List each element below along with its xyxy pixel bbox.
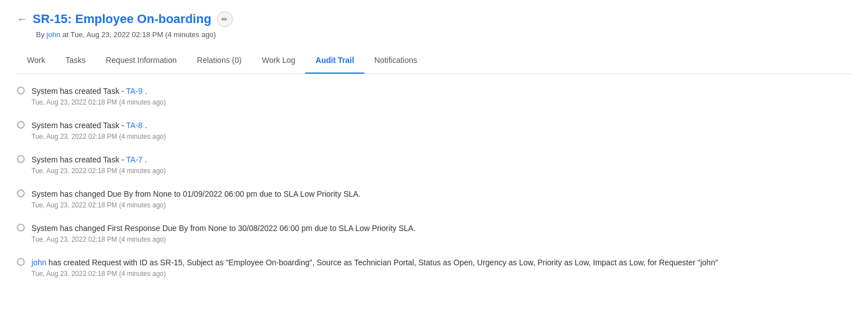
audit-text-5: System has changed First Response Due By… [31, 223, 851, 234]
audit-trail-content: System has created Task - TA-9 . Tue, Au… [17, 74, 851, 302]
audit-text-4: System has changed Due By from None to 0… [31, 188, 851, 200]
audit-dot-5 [17, 224, 25, 232]
audit-text-1: System has created Task - TA-9 . [31, 85, 851, 97]
tabs-row: Work Tasks Request Information Relations… [17, 48, 851, 74]
edit-button[interactable]: ✏ [217, 11, 233, 27]
audit-dot-2 [17, 121, 25, 129]
tab-work-log[interactable]: Work Log [252, 48, 306, 74]
audit-content-3: System has created Task - TA-7 . Tue, Au… [31, 154, 851, 175]
tab-request-information[interactable]: Request Information [96, 48, 187, 74]
audit-dot-6 [17, 258, 25, 266]
audit-entry-3: System has created Task - TA-7 . Tue, Au… [17, 154, 851, 175]
audit-timestamp-5: Tue, Aug 23, 2022 02:18 PM (4 minutes ag… [31, 236, 851, 243]
back-button[interactable]: ← [17, 13, 27, 25]
subtitle-prefix: By [36, 30, 47, 39]
edit-icon: ✏ [221, 15, 228, 24]
subtitle-suffix: at Tue, Aug 23, 2022 02:18 PM (4 minutes… [60, 30, 216, 39]
page-title: SR-15: Employee On-boarding [33, 12, 211, 26]
tab-work[interactable]: Work [17, 48, 55, 74]
audit-timestamp-1: Tue, Aug 23, 2022 02:18 PM (4 minutes ag… [31, 98, 851, 106]
audit-timestamp-3: Tue, Aug 23, 2022 02:18 PM (4 minutes ag… [31, 167, 851, 175]
audit-entry-4: System has changed Due By from None to 0… [17, 188, 851, 209]
audit-author-link-john[interactable]: john [31, 258, 46, 267]
audit-text-prefix-3: System has created Task - [31, 155, 126, 164]
audit-entry-2: System has created Task - TA-8 . Tue, Au… [17, 120, 851, 141]
audit-text-suffix-1: . [143, 87, 147, 96]
tab-notifications[interactable]: Notifications [364, 48, 427, 74]
audit-text-suffix-3: . [143, 155, 147, 164]
audit-link-ta9[interactable]: TA-9 [126, 87, 142, 96]
audit-dot-3 [17, 155, 25, 163]
audit-text-prefix-2: System has created Task - [31, 121, 126, 130]
audit-content-5: System has changed First Response Due By… [31, 223, 851, 243]
audit-text-suffix-2: . [143, 121, 147, 130]
audit-content-2: System has created Task - TA-8 . Tue, Au… [31, 120, 851, 141]
audit-text-body-4: System has changed Due By from None to 0… [31, 189, 360, 198]
subtitle: By john at Tue, Aug 23, 2022 02:18 PM (4… [36, 30, 851, 39]
author-link[interactable]: john [47, 30, 61, 39]
audit-entry-6: john has created Request with ID as SR-1… [17, 257, 851, 278]
audit-entry-1: System has created Task - TA-9 . Tue, Au… [17, 85, 851, 106]
title-row: ← SR-15: Employee On-boarding ✏ [17, 11, 851, 27]
audit-text-6: john has created Request with ID as SR-1… [31, 257, 851, 269]
audit-dot-4 [17, 189, 25, 197]
audit-content-4: System has changed Due By from None to 0… [31, 188, 851, 209]
tab-audit-trail[interactable]: Audit Trail [305, 48, 364, 74]
audit-text-body-5: System has changed First Response Due By… [31, 224, 415, 233]
audit-text-2: System has created Task - TA-8 . [31, 120, 851, 132]
audit-timestamp-6: Tue, Aug 23, 2022 02:18 PM (4 minutes ag… [31, 270, 851, 278]
audit-link-ta7[interactable]: TA-7 [126, 155, 142, 164]
tab-relations[interactable]: Relations (0) [187, 48, 251, 74]
audit-timestamp-2: Tue, Aug 23, 2022 02:18 PM (4 minutes ag… [31, 133, 851, 141]
audit-text-prefix-1: System has created Task - [31, 87, 126, 96]
audit-dot-1 [17, 87, 25, 94]
audit-entry-5: System has changed First Response Due By… [17, 223, 851, 243]
audit-timestamp-4: Tue, Aug 23, 2022 02:18 PM (4 minutes ag… [31, 201, 851, 209]
audit-text-body-6: has created Request with ID as SR-15, Su… [46, 258, 718, 267]
audit-text-3: System has created Task - TA-7 . [31, 154, 851, 166]
audit-content-6: john has created Request with ID as SR-1… [31, 257, 851, 278]
audit-content-1: System has created Task - TA-9 . Tue, Au… [31, 85, 851, 106]
header-section: ← SR-15: Employee On-boarding ✏ By john … [17, 11, 851, 39]
tab-tasks[interactable]: Tasks [55, 48, 96, 74]
page-container: ← SR-15: Employee On-boarding ✏ By john … [0, 0, 868, 335]
audit-link-ta8[interactable]: TA-8 [126, 121, 142, 130]
